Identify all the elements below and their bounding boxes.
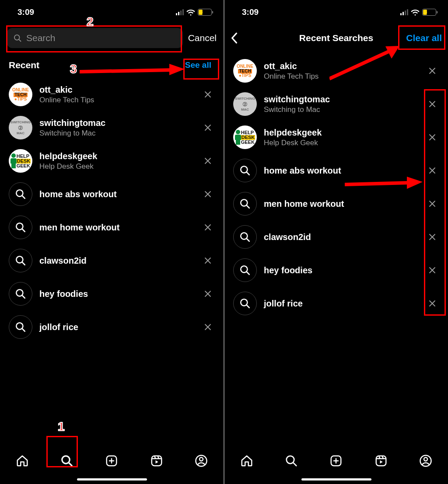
close-icon — [429, 101, 436, 108]
remove-button[interactable] — [429, 233, 439, 240]
page-header: Recent Searches Clear all — [224, 21, 448, 52]
remove-button[interactable] — [429, 200, 439, 207]
home-icon — [16, 454, 29, 467]
reels-icon — [374, 454, 388, 467]
svg-line-5 — [22, 229, 25, 232]
item-title: helpdeskgeek — [39, 151, 197, 162]
svg-line-1 — [19, 39, 21, 41]
status-bar: 3:09 25 — [224, 0, 448, 21]
remove-button[interactable] — [429, 134, 439, 141]
close-icon — [204, 191, 211, 198]
item-title: switchingtomac — [264, 94, 422, 105]
close-icon — [204, 324, 211, 331]
cancel-button[interactable]: Cancel — [188, 33, 217, 43]
item-title: men home workout — [264, 198, 422, 209]
list-item[interactable]: SWITCHING②MAC switchingtomac Switching t… — [0, 111, 224, 144]
list-item[interactable]: men home workout — [224, 187, 448, 220]
remove-button[interactable] — [429, 67, 439, 74]
nav-home[interactable] — [238, 452, 256, 470]
nav-reels[interactable] — [147, 452, 166, 470]
list-item[interactable]: SWITCHING②MAC switchingtomacSwitching to… — [224, 87, 448, 121]
remove-button[interactable] — [429, 300, 439, 307]
remove-button[interactable] — [204, 124, 215, 131]
battery-icon: 25 — [198, 9, 213, 16]
annotation-number-1: 1 — [58, 420, 65, 434]
item-sub: Switching to Mac — [39, 129, 197, 138]
back-button[interactable] — [231, 32, 243, 44]
search-avatar — [233, 159, 257, 182]
close-icon — [204, 290, 211, 297]
list-item[interactable]: jollof rice — [224, 287, 448, 320]
chevron-left-icon — [231, 32, 238, 44]
item-title: jollof rice — [39, 322, 197, 333]
list-item[interactable]: home abs workout — [224, 154, 448, 187]
item-title: home abs workout — [264, 165, 422, 176]
nav-search[interactable] — [282, 452, 301, 470]
nav-search[interactable] — [58, 452, 76, 470]
remove-button[interactable] — [204, 224, 215, 231]
recent-list: ONLINETECH●TIPS ott_akic Online Tech Tip… — [0, 76, 224, 345]
svg-line-32 — [247, 272, 249, 275]
search-icon — [15, 288, 26, 299]
list-item[interactable]: hey foodies — [0, 277, 224, 310]
battery-icon: 25 — [422, 9, 438, 16]
list-item[interactable]: ONLINETECH●TIPS ott_akicOnline Tech Tips — [224, 54, 448, 87]
list-item[interactable]: HELPDESKGEEK helpdeskgeekHelp Desk Geek — [224, 121, 448, 154]
svg-line-26 — [247, 172, 249, 175]
remove-button[interactable] — [204, 91, 215, 98]
nav-profile[interactable] — [416, 452, 435, 470]
search-icon — [15, 222, 26, 233]
search-input[interactable]: Search — [7, 28, 183, 48]
close-icon — [429, 200, 436, 207]
list-item[interactable]: clawson2id — [224, 220, 448, 254]
nav-profile[interactable] — [192, 452, 210, 470]
list-item[interactable]: HELPDESKGEEK helpdeskgeek Help Desk Geek — [0, 144, 224, 178]
remove-button[interactable] — [429, 101, 439, 108]
nav-reels[interactable] — [372, 452, 390, 470]
svg-line-36 — [294, 463, 297, 466]
close-icon — [429, 167, 436, 174]
search-icon — [239, 198, 251, 209]
clear-all-button[interactable]: Clear all — [406, 33, 442, 43]
see-all-button[interactable]: See all — [182, 59, 215, 72]
list-item[interactable]: men home workout — [0, 211, 224, 244]
status-right: 25 — [400, 9, 438, 16]
svg-point-22 — [200, 457, 203, 461]
item-title: clawson2id — [264, 232, 422, 243]
section-title: Recent — [9, 60, 39, 70]
search-avatar — [9, 282, 32, 306]
cellular-icon — [400, 9, 408, 15]
remove-button[interactable] — [204, 191, 215, 198]
list-item[interactable]: jollof rice — [0, 310, 224, 344]
item-title: home abs workout — [39, 189, 197, 200]
svg-line-30 — [247, 239, 249, 241]
close-icon — [429, 267, 436, 274]
profile-icon — [195, 454, 208, 467]
list-item[interactable]: ONLINETECH●TIPS ott_akic Online Tech Tip… — [0, 78, 224, 111]
cellular-icon — [176, 9, 184, 15]
item-title: hey foodies — [39, 289, 197, 299]
remove-button[interactable] — [429, 267, 439, 274]
list-item[interactable]: home abs workout — [0, 178, 224, 211]
remove-button[interactable] — [204, 290, 215, 297]
nav-home[interactable] — [13, 452, 32, 470]
avatar: ONLINETECH●TIPS — [9, 83, 32, 106]
search-avatar — [9, 315, 32, 339]
nav-create[interactable] — [327, 452, 345, 470]
remove-button[interactable] — [204, 157, 215, 164]
battery-pct: 25 — [202, 10, 207, 15]
nav-create[interactable] — [102, 452, 121, 470]
close-icon — [429, 134, 436, 141]
remove-button[interactable] — [204, 257, 215, 264]
remove-button[interactable] — [204, 324, 215, 331]
list-item[interactable]: hey foodies — [224, 254, 448, 287]
remove-button[interactable] — [429, 167, 439, 174]
home-indicator[interactable] — [77, 478, 147, 481]
home-indicator[interactable] — [301, 478, 371, 481]
phone-right: 3:09 25 Recent Searches Clear all ONLINE… — [224, 0, 448, 484]
item-title: switchingtomac — [39, 118, 197, 129]
svg-line-28 — [247, 205, 249, 208]
avatar: HELPDESKGEEK — [9, 149, 32, 173]
search-placeholder: Search — [26, 33, 56, 43]
list-item[interactable]: clawson2id — [0, 244, 224, 277]
